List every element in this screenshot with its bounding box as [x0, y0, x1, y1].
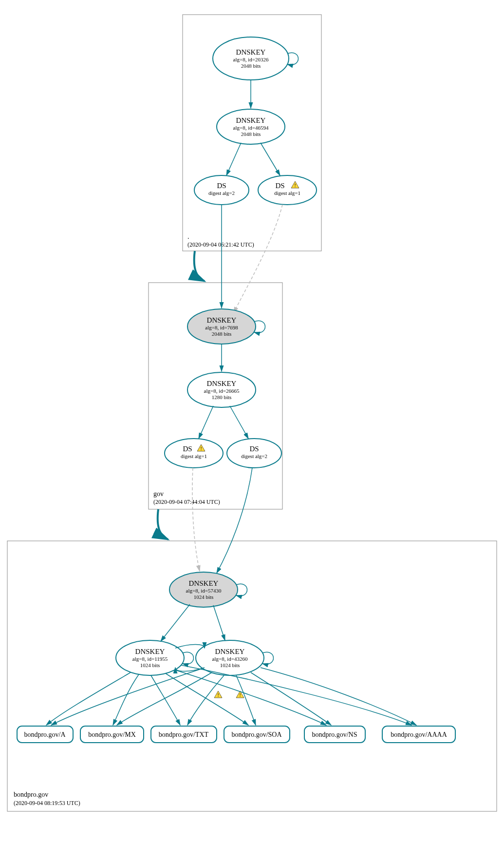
node-root-zsk: DNSKEY alg=8, id=46594 2048 bits	[217, 109, 285, 144]
e-zsk1-txt	[151, 675, 180, 725]
svg-text:DNSKEY: DNSKEY	[135, 648, 165, 655]
node-gov-zsk: DNSKEY alg=8, id=26665 1280 bits	[187, 372, 256, 407]
svg-text:DNSKEY: DNSKEY	[236, 48, 266, 56]
rrset-ns: bondpro.gov/NS	[304, 726, 365, 743]
zone-root-ts: (2020-09-04 06:21:42 UTC)	[187, 241, 254, 248]
rrset-aaaa: bondpro.gov/AAAA	[382, 726, 455, 743]
rrset-mx: bondpro.gov/MX	[80, 726, 144, 743]
e-zsk2-ns	[251, 672, 331, 725]
edge-bpksk-zsk2	[213, 605, 225, 640]
edge-zsk1-zsk2a	[175, 645, 205, 649]
svg-text:DNSKEY: DNSKEY	[189, 579, 219, 587]
svg-text:bondpro.gov/TXT: bondpro.gov/TXT	[159, 731, 209, 738]
svg-text:2048 bits: 2048 bits	[212, 331, 232, 337]
svg-text:DS: DS	[183, 445, 192, 453]
dnssec-graph: . (2020-09-04 06:21:42 UTC) DNSKEY alg=8…	[0, 0, 504, 844]
e-zsk1-mx	[113, 674, 139, 725]
svg-text:alg=8, id=57430: alg=8, id=57430	[186, 588, 222, 594]
edge-zone-root-gov	[194, 251, 205, 281]
svg-text:DNSKEY: DNSKEY	[207, 380, 237, 387]
rrset-txt: bondpro.gov/TXT	[151, 726, 217, 743]
e-zsk2-txt	[187, 675, 224, 725]
svg-text:DNSKEY: DNSKEY	[215, 648, 245, 655]
edge-gov-zsk-ds1	[199, 406, 213, 439]
svg-text:!: !	[294, 182, 296, 188]
svg-text:alg=8, id=43260: alg=8, id=43260	[212, 656, 248, 662]
node-root-ds2: DS digest alg=2	[194, 175, 249, 205]
edge-ds1-govksk	[234, 205, 282, 313]
svg-text:!: !	[239, 692, 241, 698]
svg-text:bondpro.gov/MX: bondpro.gov/MX	[88, 731, 136, 738]
node-root-ksk: DNSKEY alg=8, id=20326 2048 bits	[213, 37, 289, 80]
rrset-a: bondpro.gov/A	[17, 726, 73, 743]
edge-zone-gov-bp	[158, 509, 168, 539]
svg-text:1024 bits: 1024 bits	[194, 594, 214, 600]
svg-text:1024 bits: 1024 bits	[220, 662, 240, 668]
edge-bpksk-zsk1	[161, 604, 190, 641]
zone-root-name: .	[187, 233, 189, 240]
svg-text:alg=8, id=11955: alg=8, id=11955	[132, 656, 168, 662]
e-zsk1-ns	[175, 670, 326, 725]
node-gov-ds1: DS digest alg=1 !	[165, 439, 223, 468]
zone-bp-ts: (2020-09-04 08:19:53 UTC)	[14, 800, 80, 806]
svg-text:digest alg=1: digest alg=1	[181, 453, 207, 459]
warning-icon: !	[214, 691, 222, 698]
svg-text:digest alg=2: digest alg=2	[208, 190, 235, 196]
svg-text:bondpro.gov/SOA: bondpro.gov/SOA	[231, 731, 282, 738]
svg-text:DNSKEY: DNSKEY	[207, 316, 237, 324]
e-zsk1-soa	[166, 673, 248, 725]
svg-text:bondpro.gov/A: bondpro.gov/A	[24, 731, 66, 738]
svg-text:DS: DS	[275, 182, 284, 190]
svg-text:bondpro.gov/AAAA: bondpro.gov/AAAA	[391, 731, 447, 738]
svg-text:DS: DS	[249, 445, 259, 453]
node-bp-zsk1: DNSKEY alg=8, id=11955 1024 bits	[116, 640, 184, 675]
edge-gov-zsk-ds2	[230, 406, 248, 439]
zone-bp-box	[7, 541, 497, 811]
zone-gov-ts: (2020-09-04 07:44:04 UTC)	[153, 499, 220, 505]
zone-gov-name: gov	[153, 490, 164, 498]
edge-root-zsk-ds1	[261, 143, 280, 175]
svg-text:!: !	[217, 692, 219, 698]
e-zsk2-soa	[236, 675, 256, 725]
svg-text:bondpro.gov/NS: bondpro.gov/NS	[312, 731, 357, 738]
e-zsk2-a	[51, 669, 202, 725]
svg-text:1280 bits: 1280 bits	[212, 394, 232, 400]
svg-text:2048 bits: 2048 bits	[241, 131, 261, 137]
svg-text:DS: DS	[217, 182, 226, 190]
svg-text:alg=8, id=26665: alg=8, id=26665	[204, 388, 240, 394]
node-gov-ds2: DS digest alg=2	[227, 439, 281, 468]
e-zsk1-a	[46, 672, 131, 725]
svg-text:digest alg=1: digest alg=1	[274, 190, 300, 196]
edge-root-zsk-ds2	[226, 143, 241, 175]
svg-text:alg=8, id=46594: alg=8, id=46594	[233, 125, 269, 131]
svg-text:1024 bits: 1024 bits	[140, 662, 160, 668]
e-zsk2-mx	[117, 672, 212, 725]
svg-text:2048 bits: 2048 bits	[241, 63, 261, 69]
node-root-ds1: DS digest alg=1 !	[258, 175, 317, 205]
edge-govds1-bpksk	[192, 468, 200, 571]
zone-bp-name: bondpro.gov	[14, 791, 48, 798]
svg-text:DNSKEY: DNSKEY	[236, 116, 266, 124]
edge-govds2-bpksk	[217, 468, 252, 573]
svg-text:alg=8, id=20326: alg=8, id=20326	[233, 57, 269, 62]
e-zsk2-aaaa	[261, 668, 416, 725]
node-gov-ksk: DNSKEY alg=8, id=7698 2048 bits	[187, 309, 256, 344]
node-bp-ksk: DNSKEY alg=8, id=57430 1024 bits	[169, 572, 238, 607]
rrset-soa: bondpro.gov/SOA	[224, 726, 290, 743]
svg-text:digest alg=2: digest alg=2	[241, 453, 267, 459]
svg-text:alg=8, id=7698: alg=8, id=7698	[205, 325, 238, 330]
svg-text:!: !	[200, 445, 202, 451]
